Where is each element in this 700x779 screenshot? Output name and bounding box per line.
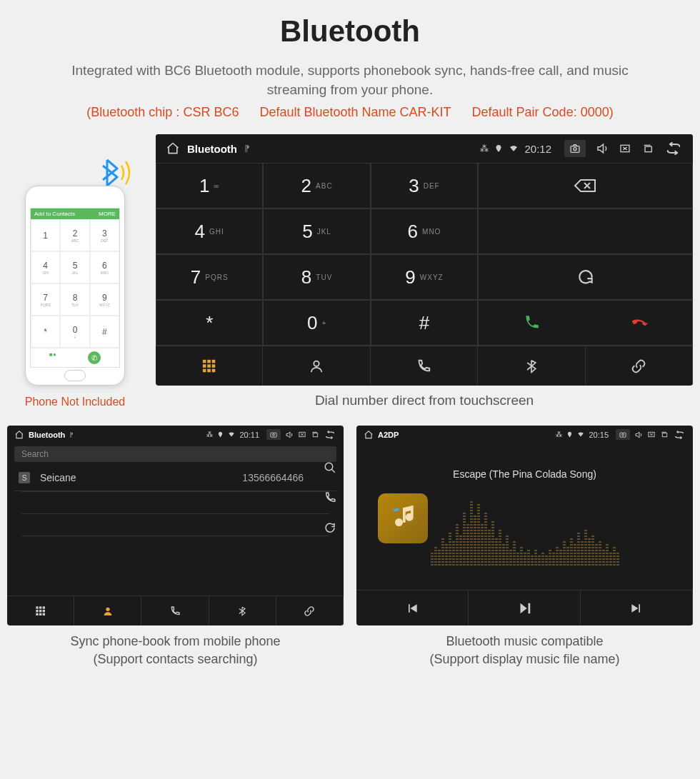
backspace-button[interactable]: [478, 163, 693, 208]
svg-rect-29: [620, 433, 626, 437]
screenshot-icon[interactable]: [616, 429, 630, 440]
dial-key-7[interactable]: 7PQRS: [156, 254, 263, 300]
spec-chip: (Bluetooth chip : CSR BC6: [86, 105, 239, 119]
nav-calllog-icon[interactable]: [141, 596, 209, 625]
recents-icon[interactable]: [660, 431, 669, 438]
home-icon[interactable]: [166, 141, 180, 156]
screenshot-icon[interactable]: [564, 140, 586, 157]
audio-visualizer: [431, 501, 619, 566]
svg-rect-32: [662, 433, 666, 437]
svg-rect-26: [39, 613, 41, 615]
dial-key-5[interactable]: 5JKL: [263, 208, 370, 254]
svg-rect-11: [207, 368, 211, 372]
svg-rect-27: [42, 613, 44, 615]
back-icon[interactable]: [673, 431, 686, 439]
music-headunit: A2DP ⁂ 20:15 Escape (The Pina Colada Son…: [356, 426, 693, 625]
phone-key: 4GHI: [31, 251, 60, 283]
dial-key-*[interactable]: *: [156, 300, 263, 346]
svg-rect-5: [207, 360, 211, 363]
back-icon[interactable]: [664, 142, 683, 155]
location-icon: [494, 144, 503, 153]
svg-rect-12: [211, 368, 215, 372]
location-icon: [566, 431, 573, 438]
svg-rect-0: [571, 146, 579, 153]
close-screen-icon[interactable]: [298, 431, 306, 438]
play-pause-button[interactable]: [469, 590, 581, 625]
home-icon[interactable]: [14, 430, 24, 440]
dial-key-#[interactable]: #: [371, 300, 478, 346]
recents-icon[interactable]: [641, 143, 654, 154]
phone-key: 3DEF: [90, 219, 119, 251]
contact-row[interactable]: S Seicane 13566664466: [14, 465, 336, 491]
close-screen-icon[interactable]: [619, 143, 631, 154]
next-track-button[interactable]: [581, 590, 693, 625]
nav-link-icon[interactable]: [586, 346, 693, 386]
volume-icon[interactable]: [285, 431, 294, 439]
recents-icon[interactable]: [311, 431, 319, 438]
phone-header-right: MORE: [99, 211, 116, 217]
nav-contacts-icon[interactable]: [263, 346, 370, 386]
side-search-icon[interactable]: [324, 461, 336, 474]
contact-badge: S: [19, 472, 30, 483]
wifi-icon: [577, 431, 584, 438]
dial-key-6[interactable]: 6MNO: [371, 208, 478, 254]
nav-bluetooth-icon[interactable]: [478, 346, 585, 386]
location-icon: [217, 431, 224, 438]
dial-key-2[interactable]: 2ABC: [263, 163, 370, 208]
phone-key: *: [31, 316, 60, 348]
close-screen-icon[interactable]: [647, 431, 656, 438]
phone-key: 6MNO: [90, 251, 119, 283]
side-call-icon[interactable]: [324, 491, 336, 504]
dial-key-4[interactable]: 4GHI: [156, 208, 263, 254]
dial-key-3[interactable]: 3DEF: [371, 163, 478, 208]
contact-number: 13566664466: [242, 472, 304, 483]
dial-key-0[interactable]: 0+: [263, 300, 370, 346]
svg-rect-21: [42, 606, 44, 608]
prev-track-button[interactable]: [356, 590, 469, 625]
nav-dialpad-icon[interactable]: [7, 596, 74, 625]
home-icon[interactable]: [364, 430, 374, 440]
redial-button[interactable]: [478, 254, 693, 300]
call-icon: ✆: [88, 351, 101, 364]
nav-bluetooth-icon[interactable]: [209, 596, 276, 625]
screenshot-icon[interactable]: [266, 429, 281, 440]
svg-point-28: [106, 607, 109, 610]
side-refresh-icon[interactable]: [324, 521, 336, 534]
phonebook-caption: Sync phone-book from mobile phone (Suppo…: [7, 633, 344, 668]
spec-pair: Default Pair Code: 0000): [472, 105, 614, 119]
search-input[interactable]: Search: [14, 446, 336, 462]
page-subtitle: Integrated with BC6 Bluetooth module, su…: [57, 61, 643, 99]
svg-rect-6: [211, 360, 215, 363]
svg-rect-19: [36, 606, 38, 608]
svg-point-18: [325, 463, 333, 471]
svg-rect-4: [203, 360, 206, 363]
nav-calllog-icon[interactable]: [371, 346, 478, 386]
phonebook-caption-line2: (Support contacts searching): [93, 652, 257, 666]
dial-key-1[interactable]: 1∞: [156, 163, 263, 208]
phone-mockup: Add to Contacts MORE 12ABC3DEF4GHI5JKL6M…: [7, 153, 143, 408]
phone-key: 7PQRS: [31, 283, 60, 316]
volume-icon[interactable]: [596, 142, 609, 155]
clock-time: 20:15: [589, 431, 609, 439]
track-title: Escape (The Pina Colada Song): [453, 468, 596, 480]
contact-name: Seicane: [40, 472, 76, 483]
dialer-caption: Dial number direct from touchscreen: [156, 393, 693, 408]
music-caption-line2: (Support display music file name): [429, 652, 619, 666]
nav-link-icon[interactable]: [276, 596, 344, 625]
bluetooth-status-icon: ⁂: [556, 431, 562, 438]
back-icon[interactable]: [324, 431, 336, 439]
dial-key-8[interactable]: 8TUV: [263, 254, 370, 300]
svg-rect-17: [313, 433, 317, 437]
svg-rect-22: [36, 610, 38, 612]
svg-point-30: [622, 434, 624, 436]
call-controls[interactable]: [478, 300, 693, 346]
phonebook-headunit: Bluetooth ⁋ ⁂ 20:11 Search S: [7, 426, 344, 625]
svg-rect-3: [645, 147, 651, 152]
dial-side-cell: [478, 208, 693, 254]
svg-rect-10: [203, 368, 206, 372]
nav-contacts-icon[interactable]: [74, 596, 141, 625]
app-title: A2DP: [378, 431, 399, 439]
volume-icon[interactable]: [634, 431, 643, 439]
nav-dialpad-icon[interactable]: [156, 346, 263, 386]
dial-key-9[interactable]: 9WXYZ: [371, 254, 478, 300]
